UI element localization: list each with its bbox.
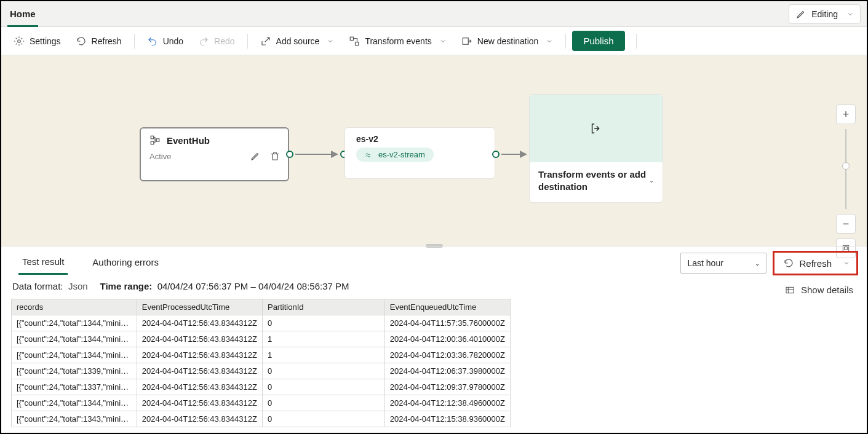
cell-processed: 2024-04-04T12:56:43.8344312Z bbox=[137, 363, 262, 379]
cell-enqueued: 2024-04-04T12:09:37.9780000Z bbox=[384, 379, 510, 395]
editing-dropdown[interactable]: Editing bbox=[789, 4, 861, 24]
cell-records: [{"count":24,"total":1344,"minimum" bbox=[12, 395, 137, 411]
transform-events-dropdown[interactable]: Transform events bbox=[343, 32, 452, 50]
table-row[interactable]: [{"count":24,"total":1344,"minimum"2024-… bbox=[12, 331, 511, 347]
zoom-controls: + − bbox=[836, 105, 856, 258]
refresh-results-button[interactable]: Refresh bbox=[773, 251, 858, 275]
tab-home[interactable]: Home bbox=[7, 5, 38, 27]
undo-icon bbox=[147, 36, 158, 47]
cell-partition: 0 bbox=[262, 411, 384, 427]
cell-partition: 1 bbox=[262, 347, 384, 363]
cell-processed: 2024-04-04T12:56:43.8344312Z bbox=[137, 411, 262, 427]
exit-icon bbox=[589, 122, 603, 135]
zoom-slider[interactable] bbox=[845, 129, 846, 209]
cell-enqueued: 2024-04-04T12:15:38.9360000Z bbox=[384, 411, 510, 427]
data-format-label: Data format: bbox=[12, 281, 63, 291]
source-output-port[interactable] bbox=[286, 151, 293, 158]
redo-button: Redo bbox=[192, 32, 241, 50]
show-details-button[interactable]: Show details bbox=[785, 285, 853, 295]
cell-enqueued: 2024-04-04T12:06:37.3980000Z bbox=[384, 363, 510, 379]
ribbon-tab-row: Home Editing bbox=[1, 1, 867, 27]
tab-authoring-errors[interactable]: Authoring errors bbox=[89, 250, 162, 275]
time-range-label: Time range: bbox=[100, 281, 153, 291]
chevron-down-icon bbox=[546, 37, 553, 45]
cell-records: [{"count":24,"total":1343,"minimum" bbox=[12, 411, 137, 427]
col-records[interactable]: records bbox=[12, 299, 137, 315]
stream-output-port[interactable] bbox=[492, 151, 500, 158]
bottom-tab-row: Test result Authoring errors Last hour ⌄… bbox=[1, 247, 867, 277]
undo-button[interactable]: Undo bbox=[141, 32, 189, 50]
chevron-down-icon bbox=[843, 259, 850, 267]
refresh-label: Refresh bbox=[92, 36, 122, 46]
table-row[interactable]: [{"count":24,"total":1344,"minimum"2024-… bbox=[12, 395, 511, 411]
col-enqueued[interactable]: EventEnqueuedUtcTime bbox=[384, 299, 510, 315]
cell-processed: 2024-04-04T12:56:43.8344312Z bbox=[137, 347, 262, 363]
editing-label: Editing bbox=[811, 9, 838, 19]
table-row[interactable]: [{"count":24,"total":1337,"minimum"2024-… bbox=[12, 379, 511, 395]
tab-test-result[interactable]: Test result bbox=[18, 249, 68, 275]
svg-rect-6 bbox=[156, 139, 159, 142]
table-row[interactable]: [{"count":24,"total":1344,"minimum"2024-… bbox=[12, 347, 511, 363]
details-icon bbox=[785, 285, 795, 295]
refresh-icon bbox=[783, 258, 794, 269]
new-destination-dropdown[interactable]: New destination bbox=[455, 32, 560, 50]
svg-point-0 bbox=[18, 39, 21, 42]
cell-partition: 0 bbox=[262, 395, 384, 411]
publish-button[interactable]: Publish bbox=[572, 31, 624, 51]
col-processed[interactable]: EventProcessedUtcTime bbox=[137, 299, 262, 315]
svg-rect-2 bbox=[356, 42, 359, 45]
cell-processed: 2024-04-04T12:56:43.8344312Z bbox=[137, 395, 262, 411]
refresh-results-label: Refresh bbox=[799, 258, 832, 269]
connector bbox=[501, 154, 520, 155]
cell-records: [{"count":24,"total":1339,"minimum" bbox=[12, 363, 137, 379]
cell-partition: 0 bbox=[262, 379, 384, 395]
settings-button[interactable]: Settings bbox=[7, 32, 67, 50]
svg-rect-1 bbox=[351, 37, 354, 40]
svg-rect-4 bbox=[151, 136, 154, 139]
cell-enqueued: 2024-04-04T12:12:38.4960000Z bbox=[384, 395, 510, 411]
chevron-down-icon: ⌄ bbox=[649, 176, 654, 184]
add-source-icon bbox=[260, 36, 271, 47]
svg-rect-5 bbox=[151, 141, 154, 144]
bottom-panel: Test result Authoring errors Last hour ⌄… bbox=[1, 246, 867, 427]
refresh-button[interactable]: Refresh bbox=[70, 32, 128, 50]
show-details-label: Show details bbox=[801, 285, 853, 295]
chevron-down-icon bbox=[846, 10, 854, 18]
separator bbox=[636, 34, 637, 49]
svg-rect-9 bbox=[786, 287, 794, 293]
connector bbox=[295, 154, 331, 155]
destination-icon bbox=[461, 36, 472, 47]
source-status: Active bbox=[149, 152, 171, 161]
zoom-out-button[interactable]: − bbox=[836, 214, 856, 234]
cell-partition: 1 bbox=[262, 331, 384, 347]
redo-label: Redo bbox=[214, 36, 234, 46]
pencil-icon[interactable] bbox=[250, 151, 261, 162]
redo-icon bbox=[198, 36, 209, 47]
table-row[interactable]: [{"count":24,"total":1343,"minimum"2024-… bbox=[12, 411, 511, 427]
toolbar: Settings Refresh Undo Redo Add source Tr… bbox=[1, 27, 867, 55]
settings-label: Settings bbox=[30, 36, 61, 46]
cell-partition: 0 bbox=[262, 315, 384, 331]
arrow-icon bbox=[331, 151, 338, 158]
time-range-select[interactable]: Last hour ⌄ bbox=[680, 253, 766, 274]
cell-enqueued: 2024-04-04T11:57:35.7600000Z bbox=[384, 315, 510, 331]
cell-processed: 2024-04-04T12:56:43.8344312Z bbox=[137, 331, 262, 347]
zoom-slider-thumb[interactable] bbox=[842, 162, 850, 170]
col-partition[interactable]: PartitionId bbox=[262, 299, 384, 315]
source-title: EventHub bbox=[167, 135, 210, 146]
destination-placeholder-node[interactable]: Transform events or add destination ⌄ bbox=[529, 94, 663, 203]
table-row[interactable]: [{"count":24,"total":1339,"minimum"2024-… bbox=[12, 363, 511, 379]
results-table: records EventProcessedUtcTime PartitionI… bbox=[11, 299, 511, 427]
zoom-in-button[interactable]: + bbox=[836, 105, 856, 124]
cell-records: [{"count":24,"total":1344,"minimum" bbox=[12, 331, 137, 347]
add-source-dropdown[interactable]: Add source bbox=[254, 32, 341, 50]
cell-records: [{"count":24,"total":1344,"minimum" bbox=[12, 315, 137, 331]
canvas[interactable]: EventHub Active es-v2 es-v2-stream Trans… bbox=[1, 55, 867, 246]
cell-enqueued: 2024-04-04T12:03:36.7820000Z bbox=[384, 347, 510, 363]
table-row[interactable]: [{"count":24,"total":1344,"minimum"2024-… bbox=[12, 315, 511, 331]
cell-processed: 2024-04-04T12:56:43.8344312Z bbox=[137, 379, 262, 395]
source-node-eventhub[interactable]: EventHub Active bbox=[140, 127, 289, 181]
trash-icon[interactable] bbox=[269, 151, 281, 162]
cell-processed: 2024-04-04T12:56:43.8344312Z bbox=[137, 315, 262, 331]
stream-node[interactable]: es-v2 es-v2-stream bbox=[344, 127, 495, 179]
